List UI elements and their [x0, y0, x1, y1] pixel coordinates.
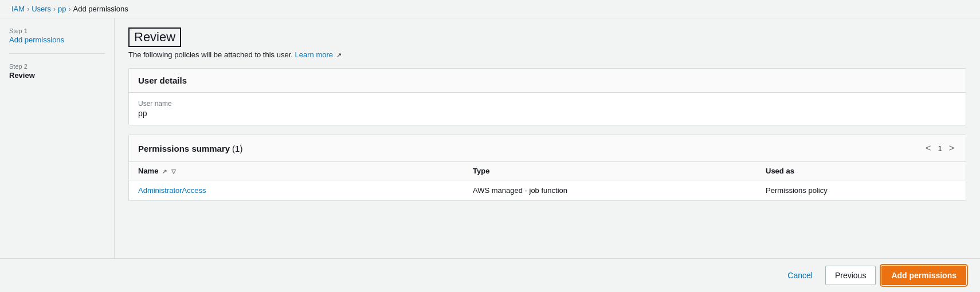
- permission-used-value: Permissions policy: [766, 186, 828, 195]
- col-type-label: Type: [473, 167, 489, 175]
- sidebar: Step 1 Add permissions Step 2 Review: [0, 18, 115, 258]
- next-page-button[interactable]: >: [947, 142, 957, 155]
- review-title: Review: [128, 27, 181, 47]
- learn-more-link[interactable]: Learn more: [295, 50, 333, 59]
- breadcrumb-iam[interactable]: IAM: [11, 5, 25, 13]
- cancel-button[interactable]: Cancel: [781, 267, 820, 283]
- user-name-label: User name: [138, 100, 957, 108]
- add-permissions-button[interactable]: Add permissions: [881, 266, 966, 285]
- col-name-label: Name: [138, 167, 158, 175]
- step2-current: Review: [9, 71, 105, 80]
- table-header-row: Name ↗ ▽ Type Used as: [129, 162, 966, 180]
- breadcrumb-sep-3: ›: [69, 5, 71, 13]
- breadcrumb-pp[interactable]: pp: [58, 5, 66, 13]
- user-details-title: User details: [138, 76, 187, 85]
- col-name-external-icon: ↗: [162, 168, 167, 175]
- external-link-icon: ↗: [336, 52, 342, 58]
- user-details-body: User name pp: [129, 93, 966, 125]
- permissions-title: Permissions summary: [138, 144, 230, 153]
- permission-type-cell: AWS managed - job function: [464, 180, 756, 201]
- permissions-body: Name ↗ ▽ Type Used as: [129, 162, 966, 200]
- col-used-label: Used as: [766, 167, 794, 175]
- permissions-pagination: < 1 >: [923, 142, 957, 155]
- step1-link[interactable]: Add permissions: [9, 35, 105, 44]
- permissions-summary-card: Permissions summary (1) < 1 >: [128, 135, 966, 201]
- col-used-header: Used as: [756, 162, 966, 180]
- col-name-filter-icon[interactable]: ▽: [171, 168, 176, 175]
- user-name-value: pp: [138, 109, 957, 118]
- permission-name-cell: AdministratorAccess: [129, 180, 464, 201]
- breadcrumb-current: Add permissions: [73, 5, 128, 13]
- step1-label: Step 1: [9, 27, 105, 34]
- footer: Cancel Previous Add permissions: [0, 258, 980, 292]
- user-details-card: User details User name pp: [128, 68, 966, 125]
- breadcrumb-users[interactable]: Users: [32, 5, 51, 13]
- user-name-row: User name pp: [129, 93, 966, 125]
- permissions-table: Name ↗ ▽ Type Used as: [129, 162, 966, 200]
- breadcrumb-sep-1: ›: [27, 5, 29, 13]
- page-wrapper: IAM › Users › pp › Add permissions Step …: [0, 0, 980, 292]
- table-row: AdministratorAccess AWS managed - job fu…: [129, 180, 966, 201]
- permission-type-value: AWS managed - job function: [473, 186, 567, 195]
- breadcrumb-sep-2: ›: [53, 5, 56, 13]
- subtitle-text: The following policies will be attached …: [128, 50, 293, 59]
- prev-page-button[interactable]: <: [923, 142, 933, 155]
- permissions-header: Permissions summary (1) < 1 >: [129, 135, 966, 162]
- main-layout: Step 1 Add permissions Step 2 Review Rev…: [0, 18, 980, 258]
- user-details-header: User details: [129, 69, 966, 93]
- step2-label: Step 2: [9, 63, 105, 70]
- col-name-header: Name ↗ ▽: [129, 162, 464, 180]
- col-type-header: Type: [464, 162, 756, 180]
- permissions-count: (1): [232, 144, 242, 153]
- previous-button[interactable]: Previous: [825, 266, 876, 285]
- breadcrumb: IAM › Users › pp › Add permissions: [0, 0, 980, 18]
- content-area: Review The following policies will be at…: [115, 18, 980, 258]
- step-divider: [9, 53, 105, 54]
- permission-name-link[interactable]: AdministratorAccess: [138, 186, 206, 195]
- review-subtitle: The following policies will be attached …: [128, 50, 966, 59]
- permissions-header-left: Permissions summary (1): [138, 144, 242, 153]
- permission-used-cell: Permissions policy: [756, 180, 966, 201]
- page-number: 1: [938, 144, 942, 153]
